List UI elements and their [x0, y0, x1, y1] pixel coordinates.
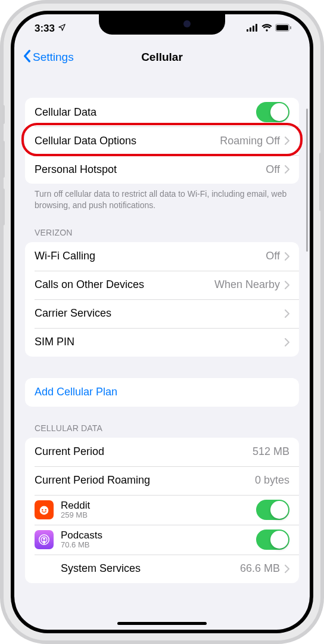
row-app-podcasts[interactable]: Podcasts 70.6 MB — [25, 525, 299, 555]
reddit-icon — [35, 500, 54, 519]
cellular-data-options-label: Cellular Data Options — [35, 135, 220, 147]
current-period-label: Current Period — [35, 445, 253, 458]
content: Cellular Data Cellular Data Options Roam… — [14, 72, 310, 630]
row-calls-other-devices[interactable]: Calls on Other Devices When Nearby — [25, 271, 299, 299]
roaming-value: 0 bytes — [255, 474, 289, 487]
row-current-period[interactable]: Current Period 512 MB — [25, 438, 299, 466]
cellular-data-options-value: Roaming Off — [220, 135, 280, 147]
power-button — [319, 153, 322, 211]
chevron-left-icon — [23, 49, 31, 66]
chevron-right-icon — [285, 137, 289, 145]
volume-up-button — [2, 141, 5, 178]
sim-pin-label: SIM PIN — [35, 336, 285, 348]
podcasts-icon — [35, 530, 54, 549]
svg-rect-5 — [276, 25, 288, 30]
chevron-right-icon — [285, 309, 289, 318]
cellular-signal-icon — [247, 23, 258, 35]
wifi-icon — [261, 23, 272, 35]
podcasts-toggle[interactable] — [256, 530, 289, 550]
group-verizon: Wi-Fi Calling Off Calls on Other Devices… — [25, 242, 299, 357]
chevron-right-icon — [285, 281, 289, 289]
group-add-plan: Add Cellular Plan — [25, 378, 299, 407]
row-system-services[interactable]: System Services 66.6 MB — [25, 555, 299, 583]
group-cellular: Cellular Data Cellular Data Options Roam… — [25, 98, 299, 184]
system-services-label: System Services — [61, 562, 240, 575]
silent-switch — [2, 105, 5, 124]
svg-point-8 — [42, 509, 43, 510]
nav-bar: Settings Cellular — [14, 43, 310, 72]
svg-rect-3 — [256, 24, 257, 32]
wifi-calling-label: Wi-Fi Calling — [35, 250, 266, 262]
home-indicator[interactable] — [117, 622, 207, 625]
roaming-label: Current Period Roaming — [35, 474, 255, 487]
calls-other-value: When Nearby — [214, 278, 280, 291]
row-personal-hotspot[interactable]: Personal Hotspot Off — [25, 155, 299, 184]
cellular-data-label: Cellular Data — [35, 106, 256, 119]
svg-rect-6 — [290, 26, 291, 29]
calls-other-label: Calls on Other Devices — [35, 278, 214, 291]
chevron-right-icon — [285, 565, 289, 573]
svg-point-7 — [40, 506, 49, 515]
status-time: 3:33 — [35, 23, 55, 35]
battery-icon — [275, 23, 292, 35]
chevron-right-icon — [285, 338, 289, 346]
back-button[interactable]: Settings — [23, 49, 74, 66]
row-carrier-services[interactable]: Carrier Services — [25, 299, 299, 328]
svg-point-9 — [45, 509, 46, 510]
reddit-toggle[interactable] — [256, 500, 289, 520]
location-icon — [58, 23, 66, 35]
group-cellular-data-usage: Current Period 512 MB Current Period Roa… — [25, 438, 299, 583]
row-cellular-data-options[interactable]: Cellular Data Options Roaming Off — [25, 126, 299, 155]
chevron-right-icon — [285, 165, 289, 174]
personal-hotspot-label: Personal Hotspot — [35, 163, 266, 176]
row-add-cellular-plan[interactable]: Add Cellular Plan — [25, 378, 299, 407]
wifi-calling-value: Off — [266, 250, 280, 262]
screen: 3:33 — [14, 14, 310, 630]
personal-hotspot-value: Off — [266, 163, 280, 176]
app-name: Podcasts — [61, 530, 256, 541]
svg-rect-2 — [253, 26, 254, 32]
row-cellular-data[interactable]: Cellular Data — [25, 98, 299, 126]
app-name: Reddit — [61, 500, 256, 512]
system-services-value: 66.6 MB — [240, 562, 280, 575]
cellular-data-toggle[interactable] — [256, 102, 289, 122]
row-current-period-roaming[interactable]: Current Period Roaming 0 bytes — [25, 466, 299, 495]
phone-frame: 3:33 — [0, 0, 324, 644]
chevron-right-icon — [285, 252, 289, 261]
row-wifi-calling[interactable]: Wi-Fi Calling Off — [25, 242, 299, 271]
notch — [99, 14, 225, 35]
app-size: 70.6 MB — [61, 541, 256, 550]
svg-rect-0 — [247, 29, 248, 32]
cellular-data-header: CELLULAR DATA — [25, 423, 299, 438]
svg-rect-1 — [250, 27, 251, 32]
cellular-footer: Turn off cellular data to restrict all d… — [25, 184, 299, 211]
svg-point-12 — [43, 538, 45, 540]
add-cellular-plan-label: Add Cellular Plan — [35, 386, 117, 398]
carrier-services-label: Carrier Services — [35, 307, 285, 320]
verizon-header: VERIZON — [25, 228, 299, 242]
app-size: 259 MB — [61, 511, 256, 520]
back-label: Settings — [33, 51, 74, 64]
row-app-reddit[interactable]: Reddit 259 MB — [25, 495, 299, 525]
volume-down-button — [2, 188, 5, 225]
scroll-indicator[interactable] — [306, 109, 308, 252]
row-sim-pin[interactable]: SIM PIN — [25, 328, 299, 357]
current-period-value: 512 MB — [253, 445, 289, 458]
